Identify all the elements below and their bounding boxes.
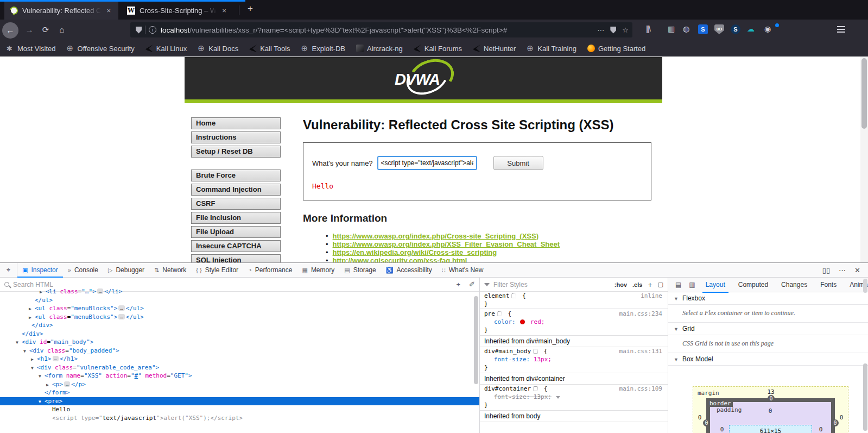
pocket-shield-icon[interactable]	[610, 27, 616, 34]
page-doc-icon[interactable]: ▤	[675, 281, 681, 288]
bookmark-star-icon[interactable]: ☆	[622, 26, 629, 34]
sidebar-item[interactable]: Brute Force	[191, 170, 281, 181]
home-button[interactable]: ⌂	[54, 22, 69, 37]
name-input[interactable]	[377, 156, 477, 170]
padding-left-value[interactable]: 0	[718, 426, 726, 433]
scrollbar-thumb[interactable]	[861, 58, 867, 129]
code-row[interactable]: <script type="text/javascript">alert("XS…	[0, 414, 479, 423]
code-row[interactable]: </form>	[0, 388, 479, 397]
bookmark-item[interactable]: Exploit-DB	[301, 45, 345, 53]
code-row[interactable]: element {inline	[480, 292, 668, 300]
sidebar-item[interactable]: Command Injection	[191, 184, 281, 196]
bookmark-item[interactable]: Kali Docs	[198, 45, 238, 53]
sidebar-tab[interactable]: Computed	[732, 278, 775, 292]
code-row[interactable]: }	[480, 363, 668, 372]
tab-dvwa[interactable]: Vulnerability: Reflected C ×	[4, 2, 118, 20]
more-info-link[interactable]: https://www.owasp.org/index.php/XSS_Filt…	[333, 240, 560, 248]
code-row[interactable]: color: red;	[480, 318, 668, 326]
print-simulation-icon[interactable]: ▢	[658, 281, 663, 288]
grid-section-header[interactable]: ▼Grid	[668, 323, 868, 335]
more-info-link[interactable]: https://www.owasp.org/index.php/Cross-si…	[333, 232, 538, 240]
skype-icon[interactable]: S	[731, 24, 740, 34]
bookmark-item[interactable]: Kali Tools	[249, 45, 290, 53]
devtools-tab[interactable]: Network	[149, 263, 191, 277]
inherited-section-header[interactable]: Inherited from div#main_body	[480, 335, 668, 347]
boxmodel-section-header[interactable]: ▼Box Model	[668, 353, 868, 366]
padding-right-value[interactable]: 0	[816, 426, 825, 433]
element-picker-icon[interactable]: ⌖	[0, 263, 17, 277]
bookmark-item[interactable]: Aircrack-ng	[356, 45, 403, 53]
box-model-content[interactable]: 611×15	[729, 425, 812, 433]
flexbox-section-header[interactable]: ▼Flexbox	[668, 292, 868, 305]
code-row[interactable]: </div>	[0, 330, 479, 338]
border-left-badge[interactable]: 0	[703, 419, 710, 426]
sidebar-item[interactable]: CSRF	[191, 198, 281, 210]
sidebar-tab[interactable]: Layout	[699, 278, 732, 292]
sidebar-scrollbar-thumb[interactable]	[863, 363, 867, 431]
border-top-badge[interactable]: 0	[768, 395, 775, 402]
code-row[interactable]: ▼<div class="body_padded">	[0, 347, 479, 355]
sidebar-item[interactable]: File Upload	[191, 226, 281, 238]
class-toggle[interactable]: .cls	[632, 281, 642, 288]
code-row[interactable]: div#main_body {main.css:131	[480, 347, 668, 355]
url-bar[interactable]: i localhost/vulnerabilities/xss_r/?name=…	[130, 22, 632, 37]
sidebar-item[interactable]: File Inclusion	[191, 212, 281, 224]
code-row[interactable]: ▼<pre>	[0, 397, 479, 406]
page-actions-icon[interactable]: ⋯	[597, 26, 604, 34]
devtools-tab[interactable]: Accessibility	[381, 263, 437, 277]
devtools-tab[interactable]: What's New	[437, 263, 489, 277]
sidebar-item[interactable]: Instructions	[191, 131, 281, 143]
inherited-section-header[interactable]: Inherited from div#container	[480, 373, 668, 385]
bookmark-item[interactable]: Kali Training	[527, 45, 576, 53]
devtools-tab[interactable]: Storage	[339, 263, 381, 277]
menu-hamburger-icon[interactable]	[837, 26, 845, 33]
sidebar-item[interactable]: Home	[191, 117, 281, 129]
more-info-link[interactable]: https://en.wikipedia.org/wiki/Cross-site…	[333, 248, 497, 256]
inherited-section-header[interactable]: Inherited from body	[480, 410, 668, 422]
tracking-protection-shield-icon[interactable]	[136, 27, 142, 34]
box-model-border[interactable]: border padding 0 0 0 0 611×15	[706, 398, 835, 433]
code-row[interactable]: }	[480, 300, 668, 308]
code-row[interactable]: div#container {main.css:109	[480, 385, 668, 393]
devtools-close-icon[interactable]: ✕	[854, 266, 860, 274]
add-rule-icon[interactable]: +	[648, 280, 652, 289]
url-text[interactable]: localhost/vulnerabilities/xss_r/?name=<s…	[161, 26, 593, 34]
devtools-tab[interactable]: Inspector	[17, 263, 63, 277]
forward-button[interactable]: →	[22, 22, 37, 37]
code-row[interactable]: ▶<ul class="menuBlocks">…</ul>	[0, 313, 479, 322]
code-row[interactable]: ▶<li class="…">…</li>	[0, 287, 479, 296]
tab-close-icon[interactable]: ×	[106, 7, 111, 15]
more-info-link[interactable]: http://www.cgisecurity.com/xss-faq.html	[333, 256, 467, 262]
reload-button[interactable]: ⟳	[38, 22, 53, 37]
new-tab-button[interactable]: +	[243, 3, 257, 14]
responsive-design-icon[interactable]: ▯▯	[822, 266, 830, 274]
code-row[interactable]: ▼<div class="vulnerable_code_area">	[0, 363, 479, 372]
code-row[interactable]: </div>	[0, 321, 479, 330]
border-right-badge[interactable]: 0	[832, 419, 839, 426]
code-row[interactable]: ▶<ul class="menuBlocks">…</ul>	[0, 304, 479, 313]
sidebar-item[interactable]: SQL Injection	[191, 254, 281, 262]
bookmark-item[interactable]: Kali Linux	[145, 45, 187, 53]
code-row[interactable]: font-size: 13px;	[480, 355, 668, 363]
tab-close-icon[interactable]: ×	[222, 7, 226, 15]
back-button[interactable]: ←	[2, 22, 18, 39]
code-row[interactable]: ▶<p>…</p>	[0, 380, 479, 389]
box-model-margin[interactable]: margin 13 0 0 border padding 0 0 0 0 611…	[693, 386, 848, 433]
code-row[interactable]: </ul>	[0, 296, 479, 305]
tab-wikipedia[interactable]: W Cross-Site-Scripting – W ×	[122, 2, 236, 20]
bookmark-item[interactable]: Getting Started	[587, 45, 645, 53]
code-row[interactable]: ▼<div id="main_body">	[0, 338, 479, 347]
code-row[interactable]: font-size: 13px;	[480, 393, 668, 401]
filter-styles-input[interactable]: Filter Styles	[493, 281, 609, 288]
account-icon[interactable]: ◉	[764, 24, 771, 33]
code-row[interactable]: }	[480, 401, 668, 409]
sidebars-icon[interactable]: ▥	[668, 24, 675, 33]
code-row[interactable]: }	[480, 326, 668, 334]
sidebar-item[interactable]: Setup / Reset DB	[191, 146, 281, 158]
extension-swirl-icon[interactable]: ◍	[683, 24, 689, 33]
site-info-icon[interactable]: i	[149, 26, 156, 34]
bookmark-item[interactable]: NetHunter	[473, 45, 516, 53]
extension-s-blue-icon[interactable]: S	[698, 24, 708, 34]
page-scrollbar[interactable]	[860, 57, 868, 262]
code-row[interactable]: pre {main.css:234	[480, 308, 668, 318]
